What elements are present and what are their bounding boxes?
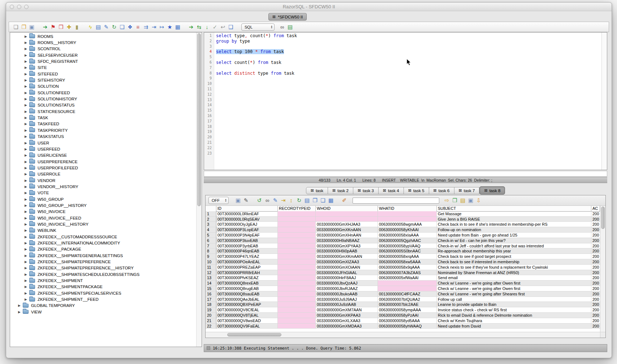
grid-cell[interactable]: 00T3000000QAeJbEAL [216, 297, 278, 302]
tree-item-global-temporary[interactable]: ▶GLOBAL TEMPORARY [10, 303, 196, 309]
grid-cell[interactable]: 006300000058x9qAAA [378, 265, 437, 270]
grid-cell[interactable]: 0033000000GmXM7AAN [316, 307, 378, 313]
grid-cell[interactable]: 200 [591, 281, 600, 286]
disclosure-triangle-icon[interactable]: ▶ [25, 141, 29, 145]
tab-close-icon[interactable]: ⊠ [358, 188, 361, 192]
grid-cell[interactable]: 006300000058wgmAAA [378, 222, 437, 227]
grid-cell[interactable]: 00T3000000P3N4pEAF [216, 233, 278, 238]
results-vscrollbar[interactable] [600, 206, 605, 332]
grid-cell[interactable]: Check back in to see if she's interested… [437, 222, 591, 227]
tree-item-vendor-history[interactable]: ▶VENDOR__HISTORY [10, 183, 196, 190]
row-limit-select[interactable]: OFF ▲▼ [208, 197, 229, 204]
grid-cell[interactable] [278, 297, 316, 302]
grid-cell[interactable]: 00T3000000P3tuvEAB [216, 238, 278, 243]
grid-cell[interactable]: 00T3000000P46qnEAB [216, 248, 278, 254]
disclosure-triangle-icon[interactable]: ▶ [25, 235, 29, 239]
row-number[interactable]: 6 [206, 238, 216, 243]
grid-cell[interactable] [378, 281, 437, 286]
sort-results-icon[interactable]: ↕ [288, 197, 295, 204]
tree-item-zkfedex-shipmentpackage[interactable]: ▶ZKFEDEX__SHIPMENTPACKAGE [10, 284, 196, 290]
grid-cell[interactable] [278, 248, 316, 254]
zoom-button[interactable] [24, 5, 29, 9]
column-header-subject[interactable]: SUBJECT [437, 206, 591, 212]
sql-mode-select[interactable]: SQL ▲▼ [241, 23, 275, 31]
grid-cell[interactable] [278, 227, 316, 233]
add-connection-icon[interactable]: ✚ [65, 23, 73, 31]
tree-item-taskstatus[interactable]: ▶TASKSTATUS [10, 134, 196, 140]
tab-close-icon[interactable]: ⊠ [272, 15, 276, 19]
grid-cell[interactable]: 00T3000000QV8TjEAL [216, 313, 278, 318]
grid-cell[interactable]: 00630000005S0bnAAC [378, 248, 437, 254]
grid-cell[interactable]: 200 [591, 259, 600, 265]
favorites-icon[interactable]: ★ [166, 23, 173, 31]
row-number[interactable]: 10 [206, 259, 216, 265]
grid-cell[interactable]: 0033000000GmXKPAA3 [316, 313, 378, 318]
grid-cell[interactable]: Check back to see if interested in membe… [437, 259, 591, 265]
search-highlight-icon[interactable]: ✐ [341, 197, 348, 204]
tree-scrollbar[interactable] [196, 32, 202, 347]
grid-cell[interactable] [278, 324, 316, 329]
grid-cell[interactable]: Get Massage [437, 211, 591, 217]
grid-cell[interactable]: Invoice status check - check w/ RS first [437, 307, 591, 313]
explain-plan-icon[interactable]: ∞ [279, 23, 286, 31]
grid-cell[interactable]: 0033000000Ju9zlAAB [316, 302, 378, 307]
row-number[interactable]: 4 [206, 227, 216, 233]
execute-sql-icon[interactable]: ϟ [87, 23, 94, 31]
row-number[interactable]: 14 [206, 281, 216, 286]
grid-cell[interactable]: Check nexis to see if they've found a re… [437, 265, 591, 270]
disclosure-triangle-icon[interactable]: ▶ [25, 247, 29, 251]
tree-item-zkfedex-package[interactable]: ▶ZKFEDEX__PACKAGE [10, 246, 196, 252]
result-tab-task-4[interactable]: ⊠task 4 [379, 187, 404, 194]
tab-close-icon[interactable]: ⊠ [332, 188, 336, 192]
grid-cell[interactable]: 00T3000000Q8rexEAB [216, 281, 278, 286]
grid-cell[interactable]: Follow up call [437, 297, 591, 302]
grid-cell[interactable] [278, 318, 316, 324]
tree-item-taskfeed[interactable]: ▶TASKFEED [10, 121, 196, 127]
grid-cell[interactable]: 006300000058xw5AAA [378, 259, 437, 265]
grid-cell[interactable]: 200 [591, 270, 600, 276]
grid-cell[interactable] [316, 217, 378, 222]
grid-cell[interactable]: Check w/ Leanne - we're going after Owen… [437, 286, 591, 291]
tree-item-view[interactable]: ▶VIEW [10, 309, 196, 315]
grid-cell[interactable]: 200 [591, 233, 600, 238]
insert-row-icon[interactable]: ⇥ [280, 197, 287, 204]
tree-item-zkfedex-customaddresssource[interactable]: ▶ZKFEDEX__CUSTOMADDRESSSOURCE [10, 234, 196, 240]
tree-item-solutionfeed[interactable]: ▶SOLUTIONFEED [10, 90, 196, 96]
tab-close-icon[interactable]: ⊠ [459, 188, 462, 192]
connect-icon[interactable]: ➔ [42, 23, 49, 31]
disclosure-triangle-icon[interactable]: ▶ [25, 204, 29, 207]
grid-cell[interactable]: 0033000000GmXHJAA3 [316, 222, 378, 227]
tree-item-zkfedex-shipmatepreference[interactable]: ▶ZKFEDEX__SHIPMATEPREFERENCE [10, 259, 196, 265]
tree-item-solutionhistory[interactable]: ▶SOLUTIONHISTORY [10, 96, 196, 102]
grid-cell[interactable]: 200 [591, 297, 600, 302]
disclosure-triangle-icon[interactable]: ▶ [25, 147, 29, 151]
save-icon[interactable]: ▣ [28, 23, 35, 31]
grid-cell[interactable]: 200 [591, 275, 600, 281]
grid-cell[interactable] [278, 275, 316, 281]
disclosure-triangle-icon[interactable]: ▶ [25, 35, 29, 38]
results-vscrollbar-thumb[interactable] [601, 207, 605, 229]
grid-cell[interactable] [278, 270, 316, 276]
grid-cell[interactable]: 00630000005QgzhAAC [378, 238, 437, 243]
disclosure-triangle-icon[interactable]: ▶ [25, 60, 29, 63]
export-insert-icon[interactable]: ⇥ [150, 23, 158, 31]
grid-cell[interactable]: 0033000000JbvRJAAZ [316, 286, 378, 291]
editor-hscrollbar[interactable] [204, 171, 607, 177]
grid-cell[interactable]: 00T3000000PRR8rEAH [216, 270, 278, 276]
grid-cell[interactable]: 00630000007A3bZAAS [378, 270, 437, 276]
grid-cell[interactable]: 00630000007blc2AAE [378, 302, 437, 307]
grid-cell[interactable]: Follow-up on nomination [437, 227, 591, 233]
disclosure-triangle-icon[interactable]: ▶ [25, 285, 29, 289]
tree-item-sfdc-registrant[interactable]: ▶SFDC_REGISTRANT [10, 58, 196, 64]
save-results-icon[interactable]: ▣ [234, 197, 242, 204]
grid-cell[interactable] [316, 211, 378, 217]
disclosure-triangle-icon[interactable]: ▶ [25, 185, 29, 188]
grid-cell[interactable]: 200 [591, 313, 600, 318]
grid-cell[interactable] [278, 238, 316, 243]
disclosure-triangle-icon[interactable]: ▶ [25, 110, 29, 113]
row-number[interactable]: 8 [206, 248, 216, 254]
disclosure-triangle-icon[interactable]: ▶ [25, 103, 29, 107]
tree-item-zkfedex-shipment[interactable]: ▶ZKFEDEX__SHIPMENT [10, 277, 196, 283]
row-number[interactable]: 7 [206, 243, 216, 249]
row-number[interactable]: 2 [206, 217, 216, 222]
